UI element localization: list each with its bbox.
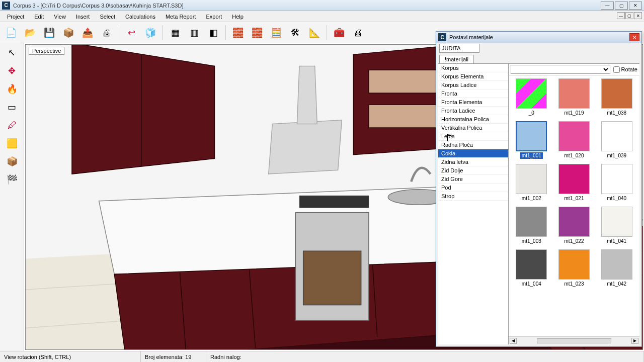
rect-tool-icon[interactable]: ▭ [5,100,20,115]
toolbar-print-icon[interactable]: 🖨 [99,25,115,41]
toolbar-undo-icon[interactable]: ↩ [123,25,139,41]
swatch-label: mt1_004 [520,281,543,287]
material-swatch[interactable]: mt1_041 [597,207,636,244]
toolbar-view1-icon[interactable]: ▦ [167,25,183,41]
category-item[interactable]: Pod [438,184,508,192]
category-item[interactable]: Zidna letva [438,158,508,166]
material-swatch[interactable]: _0 [512,78,551,116]
material-swatch[interactable]: mt1_002 [512,164,551,202]
swatch-color [516,164,547,194]
box-tool-icon[interactable]: 📦 [5,154,20,169]
swatch-color [516,249,547,280]
pen-tool-icon[interactable]: 🖊 [5,118,20,133]
material-swatch[interactable]: mt1_004 [512,249,551,287]
material-swatch[interactable]: mt1_003 [512,207,551,244]
swatch-label: mt1_023 [563,281,586,287]
stove-tool-icon[interactable]: 🔥 [5,81,20,97]
rotate-checkbox[interactable] [613,66,620,73]
toolbar-cube-icon[interactable]: 🧊 [142,25,158,41]
swatch-color [558,164,590,194]
tab-materials[interactable]: !materijali [439,55,474,63]
menu-edit[interactable]: Edit [30,12,48,21]
toolbar-print2-icon[interactable]: 🖨 [350,25,366,41]
toolbar-toolbox-icon[interactable]: 🧰 [331,25,347,41]
material-hscrollbar[interactable]: ◀ ▶ [509,336,639,344]
rotate-checkbox-label[interactable]: Rotate [613,66,637,73]
category-item[interactable]: Fronta Elementa [438,98,508,107]
category-item[interactable]: Zid Dolje [438,166,508,175]
category-list[interactable]: KorpusKorpus ElementaKorpus LadiceFronta… [438,64,509,344]
material-swatch[interactable]: mt1_021 [554,164,594,202]
select-tool-icon[interactable]: ↖ [5,45,20,60]
viewport-label[interactable]: Perspective [29,47,64,55]
category-item[interactable]: Zid Gore [438,175,508,184]
menu-view[interactable]: View [50,12,70,21]
category-item[interactable]: Horizontalna Polica [438,115,508,124]
scroll-thumb[interactable] [537,338,611,343]
menu-meta-report[interactable]: Meta Report [162,12,200,21]
flag-tool-icon[interactable]: 🏁 [5,172,20,187]
toolbar-box2-icon[interactable]: 📤 [79,25,96,41]
toolbar-box1-icon[interactable]: 📦 [60,25,76,41]
category-item[interactable]: Korpus Elementa [438,72,508,81]
menu-help[interactable]: Help [228,12,248,21]
material-swatch[interactable]: mt1_038 [597,78,636,116]
material-swatch[interactable]: mt1_023 [554,249,594,287]
close-button[interactable]: ✕ [629,2,642,10]
material-filter-select[interactable] [511,65,610,74]
category-item[interactable]: Fronta Ladice [438,107,508,115]
material-swatch[interactable]: mt1_020 [554,121,594,159]
toolbar-view2-icon[interactable]: ▥ [186,25,202,41]
panel-close-button[interactable]: ✕ [629,33,639,41]
swatch-color [601,78,632,109]
category-item[interactable]: Fronta [438,89,508,98]
window-title: Corpus 3 - [C:\Tri D Corpus\Corpus 3.0\s… [13,3,601,9]
menu-select[interactable]: Select [96,12,119,21]
svg-marker-11 [72,45,215,174]
panel-titlebar[interactable]: C Postavi materijale ✕ [436,32,641,43]
menu-project[interactable]: Project [3,12,28,21]
doc-restore-button[interactable]: ▢ [625,12,633,19]
material-swatch[interactable]: mt1_039 [597,121,636,159]
material-swatch[interactable]: mt1_022 [554,207,594,244]
material-tool-icon[interactable]: 🟨 [5,136,20,151]
svg-rect-26 [299,196,369,208]
swatch-label: mt1_002 [520,195,543,202]
scroll-left-icon[interactable]: ◀ [510,338,517,344]
move-tool-icon[interactable]: ✥ [5,63,20,78]
material-grid-scroll[interactable]: _0mt1_019mt1_038mt1_001mt1_020mt1_039mt1… [509,75,639,336]
category-item[interactable]: Ledja [438,132,508,141]
toolbar-new-icon[interactable]: 📄 [3,25,19,41]
category-item[interactable]: Vertikalna Polica [438,124,508,132]
menu-export[interactable]: Export [202,12,226,21]
left-toolbar: ↖ ✥ 🔥 ▭ 🖊 🟨 📦 🏁 [0,43,24,351]
category-item[interactable]: Korpus Ladice [438,81,508,89]
toolbar-save-icon[interactable]: 💾 [41,25,57,41]
panel-name-input[interactable] [439,44,479,53]
category-item[interactable]: Strop [438,192,508,201]
minimize-button[interactable]: — [601,2,614,10]
category-item[interactable]: Radna Ploča [438,141,508,149]
material-swatch[interactable]: mt1_040 [597,164,636,202]
category-item[interactable]: Cokla [438,149,508,158]
toolbar-calc-icon[interactable]: 🧮 [268,25,284,41]
category-item[interactable]: Korpus [438,64,508,72]
menu-calculations[interactable]: Calculations [121,12,159,21]
swatch-color [516,207,547,237]
doc-close-button[interactable]: ✕ [634,12,642,19]
material-swatch[interactable]: mt1_019 [554,78,594,116]
material-grid: _0mt1_019mt1_038mt1_001mt1_020mt1_039mt1… [512,78,636,287]
doc-minimize-button[interactable]: — [617,12,625,19]
toolbar-open-icon[interactable]: 📂 [22,25,38,41]
panel-title: Postavi materijale [449,34,629,40]
toolbar-view3-icon[interactable]: ◧ [205,25,221,41]
maximize-button[interactable]: ▢ [615,2,628,10]
toolbar-wall1-icon[interactable]: 🧱 [230,25,246,41]
material-swatch[interactable]: mt1_042 [597,249,636,287]
scroll-right-icon[interactable]: ▶ [631,338,638,344]
toolbar-wall2-icon[interactable]: 🧱 [249,25,265,41]
toolbar-tool1-icon[interactable]: 🛠 [287,25,303,41]
menu-insert[interactable]: Insert [72,12,94,21]
material-swatch[interactable]: mt1_001 [512,121,551,159]
toolbar-measure-icon[interactable]: 📐 [306,25,323,41]
